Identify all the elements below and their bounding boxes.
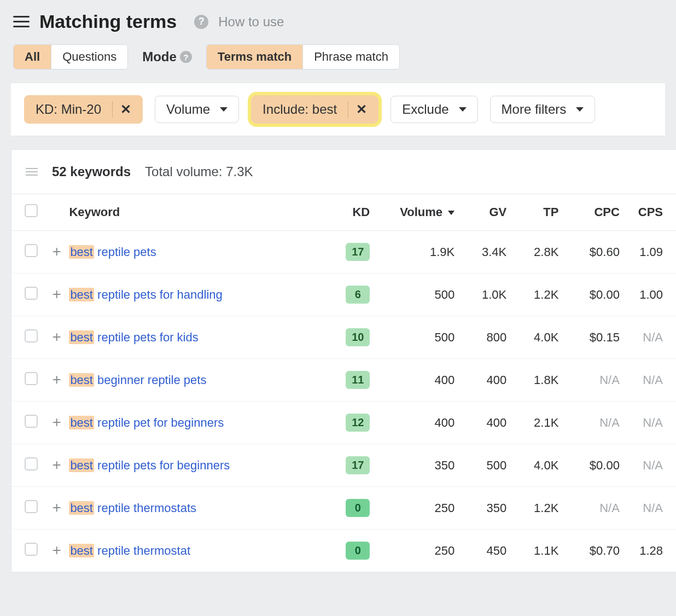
list-icon[interactable] [26,168,38,176]
close-icon[interactable]: ✕ [356,103,367,116]
row-checkbox[interactable] [25,287,38,300]
cpc-cell: N/A [563,487,624,530]
kd-badge: 6 [346,286,370,304]
col-cps[interactable]: CPS [624,194,676,231]
gv-cell: 1.0K [459,274,511,316]
kd-cell: 17 [334,444,374,487]
keyword-link[interactable]: best reptile pet for beginners [69,416,224,429]
results-panel: 52 keywords Total volume: 7.3K Keyword K… [11,149,676,573]
mode-toggle: Terms match Phrase match [206,44,400,69]
tab-phrase-match[interactable]: Phrase match [302,45,399,69]
gv-cell: 3.4K [459,231,511,274]
cps-cell: N/A [624,316,676,359]
select-all-checkbox[interactable] [25,204,38,217]
filter-kd[interactable]: KD: Min-20 ✕ [24,95,143,124]
row-checkbox[interactable] [25,543,38,556]
keyword-link[interactable]: best reptile thermostat [69,544,190,557]
gv-cell: 400 [459,402,511,444]
keyword-cell: best reptile thermostat [69,530,334,572]
filter-exclude[interactable]: Exclude [391,96,477,123]
kd-badge: 12 [346,414,370,432]
expand-icon[interactable]: + [52,414,61,431]
plus-cell: + [44,316,69,359]
row-checkbox[interactable] [25,415,38,428]
tp-cell: 1.2K [511,274,563,316]
kd-badge: 17 [346,456,370,474]
kd-badge: 0 [346,499,370,517]
col-cpc[interactable]: CPC [563,194,624,231]
kd-cell: 6 [334,274,374,316]
row-checkbox[interactable] [25,329,38,342]
expand-icon[interactable]: + [52,499,61,516]
expand-icon[interactable]: + [52,371,61,388]
plus-cell: + [44,274,69,316]
tp-cell: 4.0K [511,316,563,359]
col-kd[interactable]: KD [334,194,374,231]
gv-cell: 350 [459,487,511,530]
cps-cell: N/A [624,487,676,530]
kd-cell: 17 [334,231,374,274]
tab-questions[interactable]: Questions [51,45,127,69]
expand-icon[interactable]: + [52,328,61,345]
cpc-cell: $0.70 [563,530,624,572]
help-icon[interactable]: ? [194,15,208,29]
filter-volume[interactable]: Volume [155,96,239,123]
total-volume: Total volume: 7.3K [145,164,253,179]
check-cell [11,274,44,316]
keyword-link[interactable]: best reptile pets for beginners [69,458,230,472]
tab-terms-match[interactable]: Terms match [207,45,302,69]
filter-more[interactable]: More filters [490,96,596,123]
keyword-link[interactable]: best beginner reptile pets [69,373,206,387]
plus-cell: + [44,231,69,274]
tp-cell: 1.1K [511,530,563,572]
cps-cell: N/A [624,444,676,487]
row-checkbox[interactable] [25,457,38,470]
row-checkbox[interactable] [25,372,38,385]
gv-cell: 400 [459,359,511,402]
keyword-link[interactable]: best reptile pets for handling [69,288,222,301]
menu-icon[interactable] [13,16,30,27]
expand-icon[interactable]: + [52,456,61,473]
tab-all[interactable]: All [14,45,51,69]
expand-icon[interactable]: + [52,286,61,303]
keyword-link[interactable]: best reptile thermostats [69,501,196,515]
plus-cell: + [44,402,69,444]
close-icon[interactable]: ✕ [120,103,131,116]
expand-icon[interactable]: + [52,243,61,260]
tp-cell: 1.2K [511,487,563,530]
keyword-link[interactable]: best reptile pets [69,245,156,259]
tp-cell: 1.8K [511,359,563,402]
how-to-use-link[interactable]: How to use [218,14,284,30]
volume-cell: 350 [374,444,459,487]
check-cell [11,402,44,444]
chevron-down-icon [220,107,228,112]
volume-cell: 400 [374,402,459,444]
cpc-cell: $0.60 [563,231,624,274]
keyword-cell: best reptile thermostats [69,487,334,530]
page-title: Matching terms [39,11,177,32]
cpc-cell: N/A [563,402,624,444]
col-volume[interactable]: Volume [374,194,459,231]
col-keyword[interactable]: Keyword [69,194,334,231]
filter-include[interactable]: Include: best ✕ [251,95,378,124]
gv-cell: 450 [459,530,511,572]
filter-bar: KD: Min-20 ✕ Volume Include: best ✕ Excl… [11,83,665,136]
keyword-link[interactable]: best reptile pets for kids [69,330,198,344]
row-checkbox[interactable] [25,244,38,257]
row-checkbox[interactable] [25,500,38,513]
tp-cell: 2.1K [511,402,563,444]
col-tp[interactable]: TP [511,194,563,231]
check-cell [11,316,44,359]
help-icon[interactable]: ? [180,51,192,63]
table-row: +best reptile pets171.9K3.4K2.8K$0.601.0… [11,231,676,274]
gv-cell: 800 [459,316,511,359]
keyword-cell: best reptile pets for kids [69,316,334,359]
table-row: +best reptile thermostats02503501.2KN/AN… [11,487,676,530]
volume-cell: 400 [374,359,459,402]
expand-icon[interactable]: + [52,542,61,559]
kd-badge: 10 [346,328,370,346]
table-row: +best reptile pet for beginners124004002… [11,402,676,444]
col-gv[interactable]: GV [459,194,511,231]
keyword-cell: best reptile pets for beginners [69,444,334,487]
kd-cell: 11 [334,359,374,402]
